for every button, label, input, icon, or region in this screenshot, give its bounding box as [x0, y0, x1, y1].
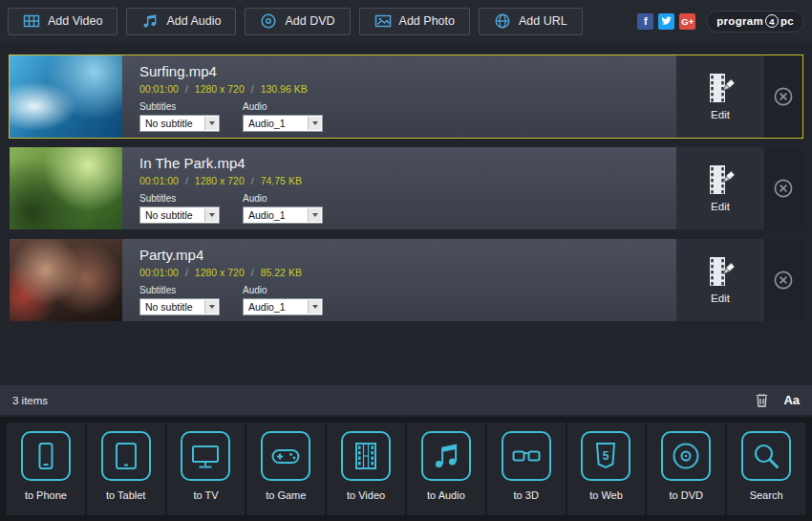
audio-select[interactable]: Audio_1	[243, 115, 323, 132]
conversion-bar: to Phone to Tablet to TV	[0, 417, 812, 521]
html5-shield-icon: 5	[590, 441, 621, 471]
subtitles-label: Subtitles	[139, 285, 220, 295]
add-photo-button[interactable]: Add Photo	[359, 8, 470, 35]
video-thumbnail	[10, 55, 122, 138]
logo-text-right: pc	[780, 15, 794, 27]
photo-icon	[374, 12, 392, 30]
video-item-row[interactable]: Surfing.mp4 00:01:00 / 1280 x 720 / 130.…	[10, 55, 802, 138]
clear-list-button[interactable]	[756, 393, 768, 407]
svg-text:5: 5	[603, 449, 609, 463]
add-audio-label: Add Audio	[166, 14, 221, 28]
subtitles-value: No subtitle	[145, 209, 193, 221]
tile-label: to Video	[347, 489, 385, 501]
video-duration: 00:01:00	[139, 267, 179, 278]
tablet-icon	[111, 441, 141, 471]
remove-panel	[764, 239, 802, 321]
facebook-icon[interactable]: f	[637, 13, 653, 30]
audio-select[interactable]: Audio_1	[243, 206, 323, 224]
edit-button[interactable]: Edit	[676, 55, 764, 138]
top-toolbar: Add Video Add Audio Add DVD Add	[0, 0, 812, 42]
convert-to-video-button[interactable]: to Video	[327, 423, 405, 515]
audio-label: Audio	[243, 285, 323, 295]
add-url-button[interactable]: Add URL	[479, 8, 583, 35]
video-title: Party.mp4	[139, 247, 676, 263]
audio-label: Audio	[243, 101, 323, 112]
convert-to-dvd-button[interactable]: to DVD	[647, 423, 725, 515]
music-notes-icon	[431, 441, 461, 471]
tile-label: to Game	[266, 489, 306, 501]
video-item-details: Surfing.mp4 00:01:00 / 1280 x 720 / 130.…	[122, 55, 676, 138]
video-list: Surfing.mp4 00:01:00 / 1280 x 720 / 130.…	[0, 42, 812, 321]
convert-to-audio-button[interactable]: to Audio	[407, 423, 485, 515]
tile-label: to 3D	[514, 489, 539, 501]
tile-label: to DVD	[670, 489, 703, 501]
convert-to-3d-button[interactable]: to 3D	[487, 423, 566, 515]
chevron-down-icon	[204, 117, 218, 130]
trash-icon	[756, 393, 768, 407]
search-button[interactable]: Search	[727, 423, 805, 515]
app-logo: program 4 pc	[706, 11, 804, 33]
chevron-down-icon	[204, 300, 218, 314]
edit-label: Edit	[711, 109, 730, 120]
subtitles-select[interactable]: No subtitle	[139, 298, 220, 315]
chevron-down-icon	[308, 300, 321, 314]
separator: /	[185, 83, 188, 95]
filmstrip-icon	[351, 441, 381, 471]
text-size-button[interactable]: Aa	[783, 393, 800, 407]
audio-label: Audio	[243, 193, 323, 204]
video-duration: 00:01:00	[139, 83, 179, 95]
chevron-down-icon	[204, 208, 218, 222]
convert-to-game-button[interactable]: to Game	[246, 423, 325, 515]
separator: /	[251, 267, 254, 278]
edit-button[interactable]: Edit	[676, 147, 764, 229]
remove-button[interactable]	[773, 270, 794, 291]
add-video-button[interactable]: Add Video	[8, 8, 118, 35]
convert-to-tablet-button[interactable]: to Tablet	[87, 423, 165, 515]
magnifier-icon	[751, 441, 781, 471]
subtitles-value: No subtitle	[145, 118, 193, 129]
edit-label: Edit	[711, 293, 730, 304]
film-frames-icon	[23, 12, 40, 30]
google-plus-icon[interactable]: G+	[679, 13, 695, 30]
video-size: 85.22 KB	[261, 267, 302, 278]
video-item-row[interactable]: In The Park.mp4 00:01:00 / 1280 x 720 / …	[10, 147, 802, 229]
remove-button[interactable]	[773, 178, 794, 199]
dvd-disc-icon	[671, 441, 701, 471]
twitter-icon[interactable]	[658, 13, 674, 30]
add-video-label: Add Video	[48, 14, 102, 28]
audio-value: Audio_1	[248, 209, 286, 221]
video-item-row[interactable]: Party.mp4 00:01:00 / 1280 x 720 / 85.22 …	[10, 239, 802, 321]
logo-text-left: program	[716, 15, 763, 27]
3d-glasses-icon	[511, 441, 542, 471]
globe-icon	[494, 12, 511, 30]
subtitles-select[interactable]: No subtitle	[139, 206, 220, 224]
close-icon	[773, 270, 794, 291]
convert-to-web-button[interactable]: 5 to Web	[567, 423, 646, 515]
video-size: 74.75 KB	[261, 175, 302, 186]
add-dvd-button[interactable]: Add DVD	[245, 8, 350, 35]
subtitles-label: Subtitles	[139, 101, 220, 112]
separator: /	[251, 83, 254, 95]
toolbar-right: f G+ program 4 pc	[637, 11, 804, 33]
tile-label: to Audio	[427, 489, 465, 501]
video-size: 130.96 KB	[261, 83, 308, 95]
subtitles-label: Subtitles	[139, 193, 220, 204]
video-title: Surfing.mp4	[139, 63, 676, 79]
edit-button[interactable]: Edit	[676, 239, 764, 321]
convert-to-phone-button[interactable]: to Phone	[7, 423, 85, 515]
subtitles-select[interactable]: No subtitle	[139, 115, 220, 132]
edit-filmstrip-pencil-icon	[705, 256, 736, 289]
facebook-glyph: f	[644, 15, 648, 27]
close-icon	[773, 178, 794, 199]
close-icon	[773, 86, 794, 107]
video-meta: 00:01:00 / 1280 x 720 / 85.22 KB	[139, 267, 676, 278]
logo-circled-4: 4	[765, 14, 779, 28]
video-resolution: 1280 x 720	[195, 175, 245, 186]
tile-label: to Web	[589, 489, 623, 501]
tile-label: to TV	[193, 489, 218, 501]
convert-to-tv-button[interactable]: to TV	[167, 423, 246, 515]
add-audio-button[interactable]: Add Audio	[126, 8, 236, 35]
audio-select[interactable]: Audio_1	[243, 298, 323, 315]
remove-button[interactable]	[773, 86, 794, 107]
chevron-down-icon	[308, 117, 321, 130]
